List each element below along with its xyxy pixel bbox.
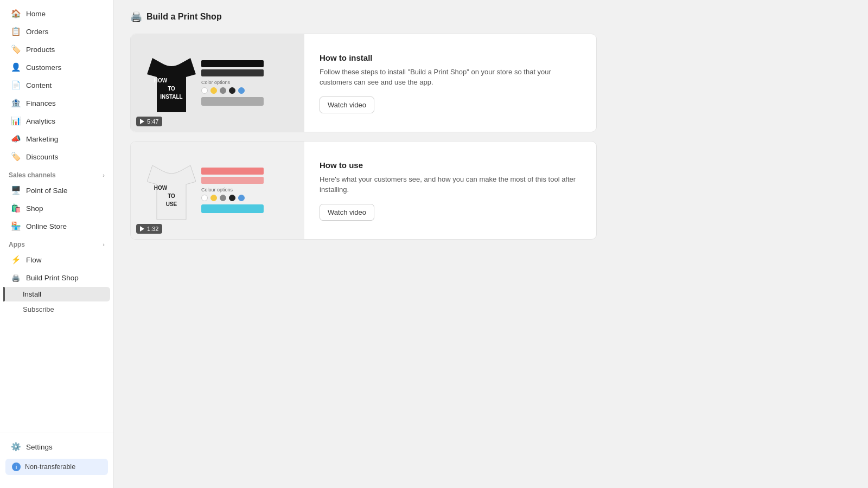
tshirt-black-svg: HOW TO INSTALL (147, 47, 196, 118)
use-video-card: HOW TO USE Colour options (130, 141, 597, 240)
sidebar-item-content[interactable]: 📄 Content (3, 76, 110, 94)
use-video-thumb[interactable]: HOW TO USE Colour options (131, 142, 304, 239)
discounts-icon: 🏷️ (11, 152, 21, 162)
sidebar-item-label: Products (26, 46, 55, 54)
chevron-right-icon: › (103, 172, 105, 178)
online-store-icon: 🏪 (11, 221, 21, 231)
svg-text:HOW: HOW (154, 78, 168, 84)
svg-text:TO: TO (168, 193, 175, 199)
analytics-icon: 📊 (11, 116, 21, 126)
print-shop-icon: 🖨️ (11, 273, 21, 282)
customers-icon: 👤 (11, 62, 21, 72)
use-duration: 1:32 (147, 226, 158, 232)
sidebar-item-orders[interactable]: 📋 Orders (3, 23, 110, 40)
main-content: 🖨️ Build a Print Shop HOW TO INSTALL (114, 0, 868, 488)
sidebar-item-build-print-shop[interactable]: 🖨️ Build Print Shop (3, 269, 110, 286)
home-icon: 🏠 (11, 9, 21, 18)
settings-label: Settings (26, 443, 53, 451)
install-video-info: How to install Follow these steps to ins… (304, 34, 596, 132)
sub-item-label: Subscribe (23, 305, 54, 313)
sub-item-label: Install (23, 290, 41, 298)
finances-icon: 🏦 (11, 98, 21, 108)
sidebar-item-label: Home (26, 10, 46, 18)
orders-icon: 📋 (11, 27, 21, 36)
flow-icon: ⚡ (11, 255, 21, 265)
non-transferable-badge[interactable]: i Non-transferable (5, 459, 108, 475)
install-card-title: How to install (320, 53, 581, 62)
sidebar-item-label: Point of Sale (26, 187, 68, 195)
tshirt-white-svg: HOW TO USE (147, 155, 196, 225)
sidebar-item-label: Online Store (26, 222, 67, 230)
shop-icon: 🛍️ (11, 203, 21, 213)
sidebar-item-discounts[interactable]: 🏷️ Discounts (3, 148, 110, 165)
page-header-icon: 🖨️ (130, 11, 142, 23)
sidebar-item-label: Shop (26, 204, 43, 213)
sidebar-item-point-of-sale[interactable]: 🖥️ Point of Sale (3, 182, 110, 199)
sidebar-item-label: Build Print Shop (26, 274, 79, 282)
sidebar-sub-item-subscribe[interactable]: Subscribe (3, 302, 110, 317)
sidebar-item-customers[interactable]: 👤 Customers (3, 59, 110, 76)
sidebar-item-flow[interactable]: ⚡ Flow (3, 251, 110, 268)
sidebar-item-label: Analytics (26, 117, 55, 125)
sidebar-item-settings[interactable]: ⚙️ Settings (3, 438, 110, 455)
chevron-right-icon-apps: › (103, 241, 105, 248)
page-title: Build a Print Shop (146, 12, 222, 22)
sidebar-item-online-store[interactable]: 🏪 Online Store (3, 217, 110, 235)
sidebar-item-label: Orders (26, 28, 48, 36)
settings-icon: ⚙️ (11, 442, 21, 452)
products-icon: 🏷️ (11, 44, 21, 54)
use-watch-video-button[interactable]: Watch video (320, 204, 374, 221)
sidebar-item-home[interactable]: 🏠 Home (3, 5, 110, 22)
install-watch-video-button[interactable]: Watch video (320, 97, 374, 113)
sidebar-sub-item-install[interactable]: Install (3, 287, 110, 301)
content-icon: 📄 (11, 80, 21, 90)
play-icon (140, 119, 144, 124)
non-transferable-label: Non-transferable (25, 463, 75, 471)
sales-channels-section: Sales channels › (0, 166, 113, 181)
sidebar-item-finances[interactable]: 🏦 Finances (3, 94, 110, 112)
apps-section: Apps › (0, 235, 113, 251)
sidebar-item-label: Marketing (26, 135, 58, 143)
install-card-desc: Follow these steps to install "Build a P… (320, 67, 581, 88)
sidebar-bottom: ⚙️ Settings i Non-transferable (0, 433, 113, 483)
install-video-card: HOW TO INSTALL Color options (130, 34, 597, 132)
svg-text:TO: TO (168, 86, 175, 92)
install-video-thumb[interactable]: HOW TO INSTALL Color options (131, 34, 304, 132)
sidebar-item-label: Flow (26, 256, 42, 264)
sidebar-item-label: Finances (26, 99, 56, 107)
svg-text:INSTALL: INSTALL (160, 94, 182, 100)
marketing-icon: 📣 (11, 134, 21, 144)
sidebar: 🏠 Home 📋 Orders 🏷️ Products 👤 Customers … (0, 0, 114, 488)
page-header: 🖨️ Build a Print Shop (130, 11, 852, 23)
sidebar-item-marketing[interactable]: 📣 Marketing (3, 130, 110, 147)
sidebar-item-analytics[interactable]: 📊 Analytics (3, 112, 110, 130)
pos-icon: 🖥️ (11, 185, 21, 195)
sidebar-item-shop[interactable]: 🛍️ Shop (3, 200, 110, 217)
install-video-duration[interactable]: 5:47 (136, 117, 162, 126)
sidebar-nav: 🏠 Home 📋 Orders 🏷️ Products 👤 Customers … (0, 0, 113, 319)
use-video-info: How to use Here's what your customers se… (304, 142, 596, 239)
active-indicator (3, 287, 5, 301)
play-icon-2 (140, 226, 144, 232)
info-icon: i (12, 463, 21, 471)
sidebar-item-label: Discounts (26, 153, 58, 161)
sidebar-item-label: Content (26, 81, 52, 89)
sidebar-item-label: Customers (26, 63, 61, 72)
use-card-desc: Here's what your customers see, and how … (320, 174, 581, 195)
sidebar-item-products[interactable]: 🏷️ Products (3, 41, 110, 58)
svg-text:USE: USE (166, 201, 177, 207)
use-video-duration[interactable]: 1:32 (136, 224, 162, 234)
install-duration: 5:47 (147, 118, 158, 125)
use-card-title: How to use (320, 160, 581, 170)
svg-text:HOW: HOW (154, 185, 168, 191)
